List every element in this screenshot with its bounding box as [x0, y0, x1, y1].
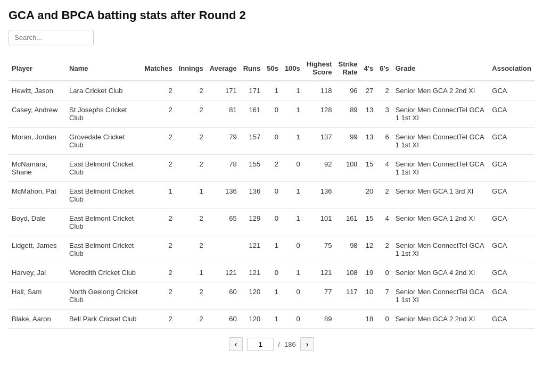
- cell-sixes: 2: [376, 81, 392, 101]
- cell-50s: 1: [264, 81, 282, 101]
- cell-average: 121: [207, 263, 240, 282]
- cell-strike_rate: 99: [335, 128, 360, 155]
- col-matches: Matches: [142, 56, 176, 81]
- cell-grade: Senior Men ConnectTel GCA 1 1st XI: [392, 236, 489, 263]
- cell-50s: 2: [264, 155, 282, 182]
- cell-sixes: 3: [376, 101, 392, 128]
- cell-grade: Senior Men ConnectTel GCA 1 1st XI: [392, 128, 489, 155]
- cell-name: Meredith Cricket Club: [66, 263, 141, 282]
- cell-average: 171: [207, 81, 240, 101]
- pagination: ‹ / 186 ›: [9, 337, 534, 351]
- cell-association: GCA: [489, 310, 534, 329]
- table-row: Blake, AaronBell Park Cricket Club226012…: [9, 310, 534, 329]
- cell-association: GCA: [489, 209, 534, 236]
- cell-100s: 1: [282, 182, 303, 209]
- cell-player: Boyd, Dale: [9, 209, 66, 236]
- cell-50s: 1: [264, 282, 282, 310]
- prev-page-button[interactable]: ‹: [229, 337, 243, 351]
- cell-matches: 2: [142, 155, 176, 182]
- cell-strike_rate: [335, 310, 360, 329]
- cell-innings: 1: [176, 182, 207, 209]
- col-runs: Runs: [240, 56, 264, 81]
- cell-sixes: 2: [376, 236, 392, 263]
- cell-matches: 2: [142, 209, 176, 236]
- cell-average: 81: [207, 101, 240, 128]
- cell-highest_score: 121: [303, 263, 335, 282]
- cell-name: East Belmont Cricket Club: [66, 209, 141, 236]
- cell-association: GCA: [489, 128, 534, 155]
- cell-matches: 2: [142, 236, 176, 263]
- cell-strike_rate: 108: [335, 263, 360, 282]
- cell-grade: Senior Men GCA 4 2nd XI: [392, 263, 489, 282]
- table-row: McMahon, PatEast Belmont Cricket Club111…: [9, 182, 534, 209]
- next-page-button[interactable]: ›: [300, 337, 315, 351]
- cell-name: East Belmont Cricket Club: [66, 182, 141, 209]
- cell-100s: 1: [282, 81, 303, 101]
- cell-strike_rate: [335, 182, 360, 209]
- cell-highest_score: 75: [303, 236, 335, 263]
- search-container: [9, 30, 534, 45]
- cell-sixes: 7: [376, 282, 392, 310]
- cell-100s: 1: [282, 128, 303, 155]
- cell-innings: 2: [176, 310, 207, 329]
- cell-innings: 2: [176, 209, 207, 236]
- cell-fours: 10: [361, 282, 377, 310]
- cell-association: GCA: [489, 182, 534, 209]
- cell-highest_score: 128: [303, 101, 335, 128]
- cell-50s: 0: [264, 263, 282, 282]
- cell-innings: 2: [176, 282, 207, 310]
- cell-grade: Senior Men GCA 2 2nd XI: [392, 310, 489, 329]
- cell-sixes: 0: [376, 263, 392, 282]
- page-number-input[interactable]: [247, 338, 274, 351]
- cell-strike_rate: 96: [335, 81, 360, 101]
- cell-average: 65: [207, 209, 240, 236]
- table-row: McNamara, ShaneEast Belmont Cricket Club…: [9, 155, 534, 182]
- col-fours: 4's: [361, 56, 377, 81]
- cell-player: McNamara, Shane: [9, 155, 66, 182]
- cell-fours: 27: [361, 81, 377, 101]
- cell-100s: 0: [282, 155, 303, 182]
- cell-player: McMahon, Pat: [9, 182, 66, 209]
- cell-grade: Senior Men GCA 1 3rd XI: [392, 182, 489, 209]
- search-input[interactable]: [9, 30, 94, 45]
- cell-50s: 0: [264, 128, 282, 155]
- cell-runs: 161: [240, 101, 264, 128]
- cell-100s: 1: [282, 101, 303, 128]
- cell-100s: 0: [282, 310, 303, 329]
- cell-grade: Senior Men ConnectTel GCA 1 1st XI: [392, 155, 489, 182]
- cell-matches: 2: [142, 81, 176, 101]
- cell-fours: 13: [361, 101, 377, 128]
- cell-highest_score: 136: [303, 182, 335, 209]
- cell-highest_score: 137: [303, 128, 335, 155]
- cell-name: North Geelong Cricket Club: [66, 282, 141, 310]
- col-name: Name: [66, 56, 141, 81]
- table-row: Hewitt, JasonLara Cricket Club2217117111…: [9, 81, 534, 101]
- cell-highest_score: 101: [303, 209, 335, 236]
- cell-fours: 18: [361, 310, 377, 329]
- cell-innings: 2: [176, 155, 207, 182]
- cell-average: 78: [207, 155, 240, 182]
- cell-grade: Senior Men GCA 1 2nd XI: [392, 209, 489, 236]
- table-row: Casey, AndrewSt Josephs Cricket Club2281…: [9, 101, 534, 128]
- cell-runs: 120: [240, 310, 264, 329]
- cell-name: Grovedale Cricket Club: [66, 128, 141, 155]
- cell-innings: 2: [176, 236, 207, 263]
- cell-matches: 2: [142, 282, 176, 310]
- cell-sixes: 4: [376, 155, 392, 182]
- cell-player: Moran, Jordan: [9, 128, 66, 155]
- cell-fours: 12: [361, 236, 377, 263]
- cell-100s: 1: [282, 263, 303, 282]
- cell-sixes: 4: [376, 209, 392, 236]
- cell-100s: 0: [282, 282, 303, 310]
- cell-strike_rate: 89: [335, 101, 360, 128]
- cell-association: GCA: [489, 236, 534, 263]
- cell-50s: 0: [264, 182, 282, 209]
- cell-100s: 0: [282, 236, 303, 263]
- cell-fours: 20: [361, 182, 377, 209]
- cell-innings: 2: [176, 128, 207, 155]
- cell-grade: Senior Men GCA 2 2nd XI: [392, 81, 489, 101]
- col-innings: Innings: [176, 56, 207, 81]
- cell-highest_score: 118: [303, 81, 335, 101]
- page-title: GCA and BPCA batting stats after Round 2: [9, 9, 534, 22]
- total-pages: 186: [284, 340, 296, 348]
